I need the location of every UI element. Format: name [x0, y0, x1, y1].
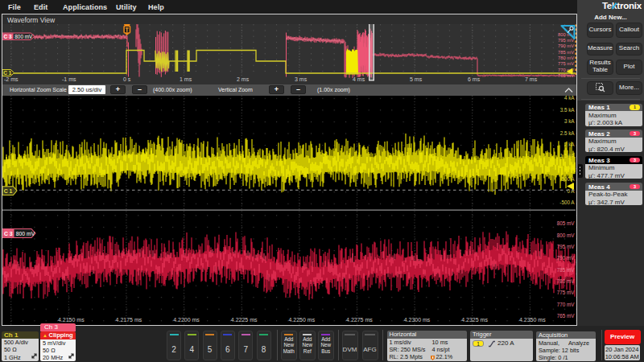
svg-text:780 mV: 780 mV — [557, 278, 576, 284]
svg-text:785 mV: 785 mV — [558, 49, 574, 54]
svg-text:C 3: C 3 — [4, 231, 13, 237]
svg-text:765 mV: 765 mV — [557, 313, 576, 319]
svg-text:800 mV: 800 mV — [16, 231, 35, 237]
svg-text:3.5 kA: 3.5 kA — [560, 107, 576, 113]
svg-text:4 kA: 4 kA — [564, 96, 575, 101]
svg-text:2 kA: 2 kA — [564, 142, 575, 147]
svg-text:790 mV: 790 mV — [558, 43, 574, 48]
svg-text:795 mV: 795 mV — [558, 38, 574, 43]
svg-text:785 mV: 785 mV — [557, 267, 576, 273]
svg-text:800 mV: 800 mV — [557, 232, 576, 238]
svg-text:790 mV: 790 mV — [557, 255, 576, 261]
svg-text:795 mV: 795 mV — [557, 244, 576, 249]
svg-text:2.5 kA: 2.5 kA — [560, 130, 576, 136]
svg-text:780 mV: 780 mV — [558, 56, 574, 60]
svg-text:3 kA: 3 kA — [564, 118, 575, 124]
svg-text:805 mV: 805 mV — [557, 220, 576, 226]
svg-text:C 1: C 1 — [3, 70, 11, 76]
svg-text:775 mV: 775 mV — [557, 290, 576, 295]
svg-text:C 3: C 3 — [4, 33, 12, 39]
svg-text:770 mV: 770 mV — [557, 302, 576, 307]
svg-text:-500 A: -500 A — [559, 200, 575, 205]
svg-text:C 1: C 1 — [4, 188, 13, 194]
svg-text:775 mV: 775 mV — [558, 61, 574, 66]
svg-text:800 mV: 800 mV — [14, 33, 33, 39]
